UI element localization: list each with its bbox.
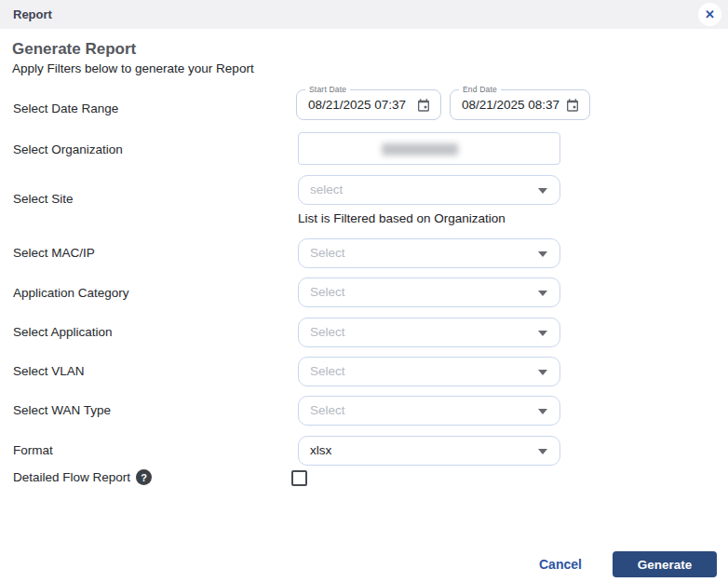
organization-redacted-value [382, 143, 458, 156]
application-category-label: Application Category [13, 286, 129, 301]
report-modal: Report ✕ Generate Report Apply Filters b… [0, 0, 728, 582]
mac-ip-label: Select MAC/IP [13, 246, 95, 261]
start-date-field[interactable]: Start Date 08/21/2025 07:37 [296, 89, 441, 120]
organization-input[interactable] [298, 132, 560, 165]
mac-ip-select-placeholder: Select [310, 239, 345, 267]
end-date-value: 08/21/2025 08:37 [462, 90, 559, 119]
detailed-flow-report-row: Detailed Flow Report ? [13, 469, 152, 485]
site-helper-text: List is Filtered based on Organization [298, 211, 506, 225]
date-range-label: Select Date Range [13, 102, 118, 116]
cancel-button[interactable]: Cancel [539, 557, 582, 572]
wan-type-select-placeholder: Select [310, 397, 345, 425]
help-icon[interactable]: ? [136, 469, 152, 485]
chevron-down-icon [538, 188, 547, 194]
chevron-down-icon [538, 370, 547, 375]
wan-type-select[interactable]: Select [298, 396, 560, 426]
chevron-down-icon [538, 331, 547, 336]
application-select-placeholder: Select [310, 318, 345, 346]
page-subtitle: Apply Filters below to generate your Rep… [12, 61, 254, 75]
chevron-down-icon [538, 449, 547, 454]
generate-button-label: Generate [638, 558, 693, 572]
calendar-icon[interactable] [565, 98, 580, 113]
detailed-flow-report-checkbox[interactable] [291, 470, 307, 486]
mac-ip-select[interactable]: Select [298, 238, 560, 268]
end-date-field[interactable]: End Date 08/21/2025 08:37 [450, 89, 590, 120]
close-button[interactable]: ✕ [698, 3, 721, 26]
organization-label: Select Organization [13, 142, 123, 157]
start-date-value: 08/21/2025 07:37 [308, 90, 406, 119]
site-select-placeholder: select [310, 176, 343, 204]
vlan-label: Select VLAN [13, 364, 85, 379]
close-icon: ✕ [705, 7, 715, 21]
site-select[interactable]: select [298, 175, 560, 205]
application-label: Select Application [13, 325, 113, 340]
detailed-flow-report-label: Detailed Flow Report [13, 470, 130, 484]
generate-button[interactable]: Generate [613, 551, 717, 577]
site-label: Select Site [13, 192, 74, 207]
calendar-icon[interactable] [416, 98, 431, 113]
page-title: Generate Report [12, 40, 136, 59]
chevron-down-icon [538, 251, 547, 257]
format-select-value: xlsx [310, 437, 331, 465]
vlan-select[interactable]: Select [298, 357, 560, 386]
wan-type-label: Select WAN Type [13, 403, 111, 418]
application-category-placeholder: Select [310, 278, 345, 306]
format-label: Format [13, 443, 53, 458]
application-category-select[interactable]: Select [298, 277, 560, 307]
chevron-down-icon [538, 291, 547, 296]
format-select[interactable]: xlsx [298, 436, 560, 466]
modal-title: Report [13, 0, 52, 29]
application-select[interactable]: Select [298, 318, 560, 347]
modal-titlebar: Report ✕ [0, 0, 728, 29]
vlan-select-placeholder: Select [310, 358, 345, 386]
chevron-down-icon [538, 409, 547, 414]
